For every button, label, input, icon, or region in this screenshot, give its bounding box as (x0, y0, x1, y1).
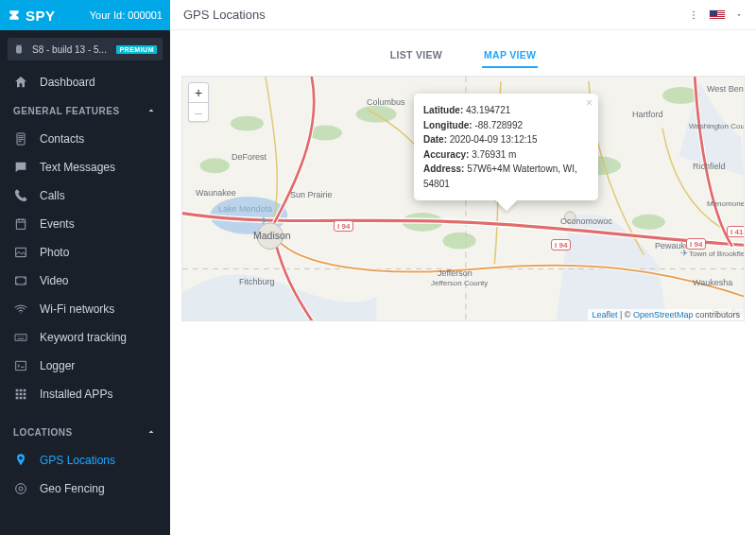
map-city-label: Oconomowoc (560, 216, 612, 226)
svg-point-4 (693, 17, 695, 19)
section-locations-header[interactable]: LOCATIONS (0, 418, 170, 446)
phone-icon (13, 188, 28, 203)
popup-label: Longitude: (423, 120, 472, 130)
chevron-up-icon (146, 105, 157, 116)
sidebar-item-label: GPS Locations (40, 454, 115, 467)
zoom-in-button[interactable]: + (189, 83, 208, 102)
sidebar-nav: Dashboard GENERAL FEATURES Contacts Text… (0, 68, 170, 535)
popup-label: Accuracy: (423, 149, 469, 160)
sidebar-item-label: Logger (40, 359, 75, 372)
svg-point-0 (16, 484, 26, 494)
airport-icon: ✈ (260, 216, 267, 226)
sidebar-item-label: Wi-Fi networks (40, 302, 114, 316)
tab-map-view[interactable]: MAP VIEW (482, 45, 538, 68)
map-city-label: Madison (253, 230, 291, 241)
page-title: GPS Locations (183, 8, 266, 22)
sidebar-item-text-messages[interactable]: Text Messages (0, 153, 170, 181)
user-id: Your Id: 000001 (90, 9, 163, 21)
keyboard-icon (13, 330, 28, 345)
video-icon (13, 273, 28, 288)
map-lake-label: Lake Mendota (218, 204, 272, 214)
road-shield-i41: I 41 (727, 226, 745, 237)
clipboard-icon (13, 131, 28, 147)
sidebar-item-label: Events (40, 217, 75, 231)
svg-point-16 (200, 158, 230, 173)
map-city-label: Jefferson (438, 268, 472, 278)
osm-link[interactable]: OpenStreetMap (633, 310, 694, 319)
calendar-icon (13, 216, 28, 232)
map-attribution: Leaflet | © OpenStreetMap contributors (588, 309, 744, 320)
sidebar-item-geo-fencing[interactable]: Geo Fencing (0, 475, 170, 503)
sidebar-item-label: Text Messages (40, 161, 115, 174)
svg-point-10 (443, 233, 476, 250)
more-menu-icon[interactable] (688, 9, 699, 21)
map-city-label: Menomonee Falls (707, 199, 745, 208)
brand-logo: SPY (8, 8, 56, 24)
chevron-down-icon[interactable] (735, 11, 743, 19)
view-tabs: LIST VIEW MAP VIEW (181, 45, 745, 68)
android-icon (13, 43, 25, 55)
map-city-label: Hartford (632, 110, 663, 119)
main: GPS Locations LIST VIEW MAP VIEW (170, 0, 756, 535)
sidebar-item-label: Contacts (40, 132, 84, 146)
sidebar-item-apps[interactable]: Installed APPs (0, 380, 170, 408)
sidebar-item-wifi[interactable]: Wi-Fi networks (0, 295, 170, 323)
topbar-actions (688, 9, 743, 21)
sidebar-item-events[interactable]: Events (0, 210, 170, 238)
sidebar-item-label: Installed APPs (40, 388, 112, 401)
map-city-label: Fitchburg (239, 277, 275, 286)
chevron-up-icon (146, 426, 157, 438)
section-title: LOCATIONS (13, 427, 73, 438)
zoom-out-button[interactable]: – (189, 102, 208, 121)
premium-badge: PREMIUM (116, 45, 157, 54)
map[interactable]: Madison Columbus DeForest Waunakee Sun P… (181, 76, 745, 321)
sidebar-item-keyword[interactable]: Keyword tracking (0, 323, 170, 352)
sidebar-item-contacts[interactable]: Contacts (0, 125, 170, 153)
svg-point-3 (693, 14, 695, 16)
map-county-label: Jefferson County (431, 279, 488, 287)
message-icon (13, 160, 28, 175)
content: LIST VIEW MAP VIEW (170, 30, 756, 535)
terminal-icon (13, 358, 28, 373)
map-city-label: Waukesha (693, 278, 732, 287)
popup-value: -88.728992 (474, 120, 523, 130)
leaflet-link[interactable]: Leaflet (592, 310, 617, 319)
home-icon (13, 75, 28, 90)
svg-point-13 (632, 215, 665, 230)
close-icon[interactable]: × (586, 97, 593, 109)
popup-label: Address: (423, 164, 464, 174)
sidebar-item-photo[interactable]: Photo (0, 238, 170, 267)
sidebar-item-label: Calls (40, 189, 65, 202)
popup-value: 3.76931 m (472, 149, 516, 160)
wifi-icon (13, 302, 28, 317)
brand-bar: SPY Your Id: 000001 (0, 0, 170, 30)
sidebar-item-logger[interactable]: Logger (0, 352, 170, 380)
sidebar-item-label: Dashboard (40, 76, 95, 89)
language-flag-us[interactable] (709, 9, 726, 21)
sidebar-item-dashboard[interactable]: Dashboard (0, 68, 170, 96)
map-city-label: Columbus (367, 97, 405, 107)
topbar: GPS Locations (170, 0, 756, 30)
app-root: SPY Your Id: 000001 S8 - build 13 - 5...… (0, 0, 756, 535)
zoom-controls: + – (188, 82, 209, 122)
device-selector[interactable]: S8 - build 13 - 5... PREMIUM (8, 38, 163, 60)
sidebar-item-gps-locations[interactable]: GPS Locations (0, 446, 170, 475)
map-city-label: Town of Brookfield (689, 250, 745, 258)
svg-point-2 (693, 10, 695, 12)
tab-list-view[interactable]: LIST VIEW (388, 45, 444, 68)
sidebar-item-label: Geo Fencing (40, 482, 105, 495)
road-shield-i94: I 94 (551, 239, 571, 250)
popup-value: 43.194721 (466, 105, 510, 115)
section-title: GENERAL FEATURES (13, 106, 120, 116)
apps-icon (13, 387, 28, 402)
map-city-label: DeForest (232, 152, 266, 162)
sidebar-item-label: Keyword tracking (40, 331, 127, 344)
image-icon (13, 245, 28, 260)
sidebar-item-video[interactable]: Video (0, 267, 170, 295)
logo-icon (8, 9, 21, 22)
airport-icon: ✈ (680, 248, 688, 258)
section-general-header[interactable]: GENERAL FEATURES (0, 96, 170, 125)
sidebar-item-calls[interactable]: Calls (0, 181, 170, 210)
popup-label: Latitude: (423, 105, 463, 115)
map-city-label: West Bend (707, 84, 745, 94)
